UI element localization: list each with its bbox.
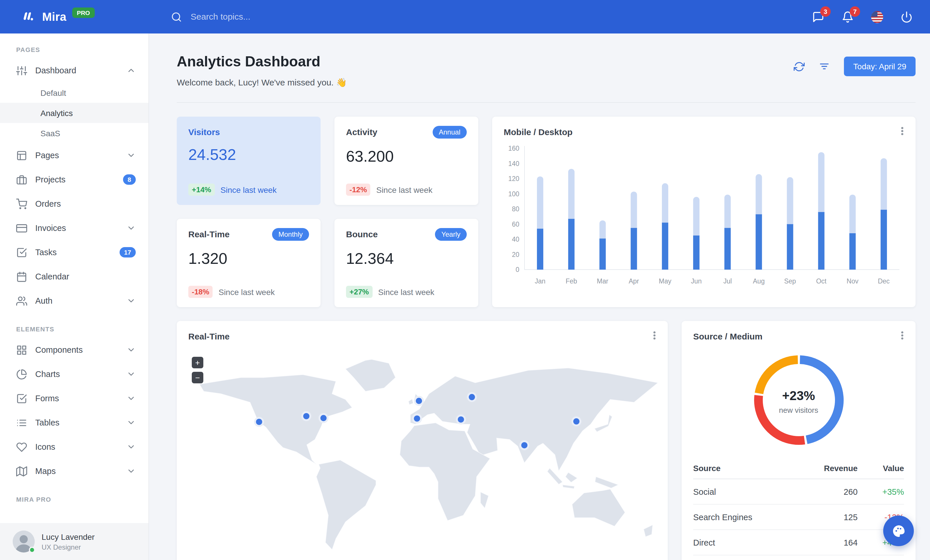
kebab-menu-icon[interactable]: [897, 330, 907, 341]
stat-title: Bounce: [346, 229, 378, 239]
stat-title: Visitors: [188, 127, 220, 137]
pro-badge: PRO: [72, 8, 95, 18]
sidebar-item-invoices[interactable]: Invoices: [0, 216, 148, 240]
language-flag-button[interactable]: [871, 11, 883, 23]
svg-text:0: 0: [516, 266, 519, 273]
navbar-search: [171, 11, 354, 23]
sidebar-user-card[interactable]: Lucy Lavender UX Designer: [0, 523, 148, 560]
map-marker-beijing[interactable]: [571, 416, 581, 427]
stat-value: 24.532: [188, 146, 309, 164]
svg-text:Oct: Oct: [816, 278, 827, 285]
map-zoom-out-button[interactable]: −: [192, 372, 203, 384]
sidebar-item-label: Icons: [35, 442, 55, 451]
mobile-desktop-bar-chart: 020406080100120140160JanFebMarAprMayJunJ…: [504, 144, 904, 288]
sidebar-item-pages[interactable]: Pages: [0, 143, 148, 167]
map-title: Real-Time: [188, 331, 229, 341]
sidebar-item-dashboard[interactable]: Dashboard: [0, 58, 148, 83]
search-input[interactable]: [189, 11, 354, 22]
shopping-cart-icon: [16, 198, 27, 209]
svg-text:Dec: Dec: [878, 278, 890, 285]
stat-card-bounce: BounceYearly12.364+27%Since last week: [334, 219, 478, 307]
sidebar-item-components[interactable]: Components: [0, 338, 148, 362]
donut-title: Source / Medium: [693, 331, 762, 341]
sidebar-item-tasks[interactable]: Tasks17: [0, 240, 148, 264]
stat-delta-badge: -18%: [188, 286, 213, 298]
chevron-down-icon: [126, 442, 136, 451]
chevron-up-icon: [126, 66, 136, 75]
sidebar-item-badge: 17: [120, 247, 136, 258]
sidebar-subitem-saas[interactable]: SaaS: [0, 123, 148, 143]
map-zoom-in-button[interactable]: +: [192, 357, 203, 368]
world-map: + −: [184, 350, 661, 560]
more-vertical-icon: [897, 330, 907, 341]
chevron-down-icon: [126, 151, 136, 160]
map-marker-new-delhi[interactable]: [519, 440, 530, 450]
sidebar-item-label: Forms: [35, 394, 59, 403]
brand-name: Mira: [42, 10, 66, 23]
svg-text:60: 60: [512, 221, 519, 228]
sidebar-item-badge: 8: [123, 174, 136, 185]
table-row: Search Engines125-12%: [693, 504, 904, 530]
filter-button[interactable]: [819, 61, 830, 72]
header-divider: [177, 102, 916, 103]
list-icon: [16, 417, 27, 428]
svg-text:Nov: Nov: [847, 278, 858, 285]
map-marker-moscow[interactable]: [467, 392, 477, 402]
sidebar-item-tables[interactable]: Tables: [0, 410, 148, 435]
messages-button[interactable]: 3: [812, 11, 824, 23]
map-icon: [16, 466, 27, 477]
check-square-icon: [16, 247, 27, 258]
source-cell: Direct: [693, 530, 794, 555]
sidebar-subitem-analytics[interactable]: Analytics: [0, 103, 148, 123]
sidebar-item-label: Tables: [35, 418, 60, 427]
revenue-cell: 164: [794, 530, 858, 555]
stats-grid: Visitors24.532+14%Since last weekActivit…: [177, 117, 478, 307]
svg-text:Mar: Mar: [597, 278, 608, 285]
sidebar-item-forms[interactable]: Forms: [0, 386, 148, 410]
map-marker-london[interactable]: [414, 396, 424, 406]
map-marker-istanbul[interactable]: [456, 414, 466, 425]
brand[interactable]: Mira PRO: [0, 9, 149, 24]
svg-text:120: 120: [508, 175, 519, 183]
theme-settings-fab[interactable]: [883, 516, 914, 546]
sidebar-item-projects[interactable]: Projects8: [0, 167, 148, 192]
svg-text:Jun: Jun: [691, 278, 702, 285]
map-marker-chicago[interactable]: [301, 411, 311, 421]
sidebar-item-label: Dashboard: [35, 66, 76, 75]
chevron-down-icon: [126, 370, 136, 379]
svg-text:Sep: Sep: [784, 278, 796, 285]
world-map-svg: [184, 350, 661, 560]
notifications-button[interactable]: 7: [842, 11, 854, 23]
sidebar-item-maps[interactable]: Maps: [0, 459, 148, 483]
revenue-cell: 125: [794, 504, 858, 530]
realtime-map-card: Real-Time: [177, 321, 668, 560]
power-icon: [901, 11, 913, 23]
map-marker-new-york[interactable]: [319, 413, 329, 423]
sidebar-item-charts[interactable]: Charts: [0, 362, 148, 386]
more-vertical-icon: [897, 126, 907, 136]
kebab-menu-icon[interactable]: [897, 126, 907, 136]
sidebar-item-icons[interactable]: Icons: [0, 435, 148, 459]
search-icon: [171, 11, 182, 23]
donut-center-label: new visitors: [779, 405, 818, 414]
sidebar-item-orders[interactable]: Orders: [0, 192, 148, 216]
top-navbar: Mira PRO 3 7: [0, 0, 930, 34]
stat-delta-badge: +27%: [346, 286, 372, 298]
sidebar-item-auth[interactable]: Auth: [0, 288, 148, 313]
sidebar-item-calendar[interactable]: Calendar: [0, 264, 148, 288]
source-table: SourceRevenueValue Social260+35%Search E…: [693, 458, 904, 555]
grid-icon: [16, 344, 27, 355]
sidebar-nav: PAGESDashboardDefaultAnalyticsSaaSPagesP…: [0, 34, 148, 523]
sidebar-subitem-default[interactable]: Default: [0, 83, 148, 103]
revenue-cell: 260: [794, 479, 858, 504]
power-button[interactable]: [901, 11, 913, 23]
map-marker-madrid[interactable]: [412, 414, 422, 424]
notifications-badge: 7: [850, 6, 860, 17]
page-title: Analytics Dashboard: [177, 53, 347, 70]
layout-icon: [16, 150, 27, 161]
kebab-menu-icon[interactable]: [649, 330, 660, 341]
messages-badge: 3: [820, 6, 831, 17]
refresh-button[interactable]: [794, 61, 805, 72]
map-marker-san-francisco[interactable]: [254, 417, 264, 427]
today-button[interactable]: Today: April 29: [844, 57, 916, 76]
